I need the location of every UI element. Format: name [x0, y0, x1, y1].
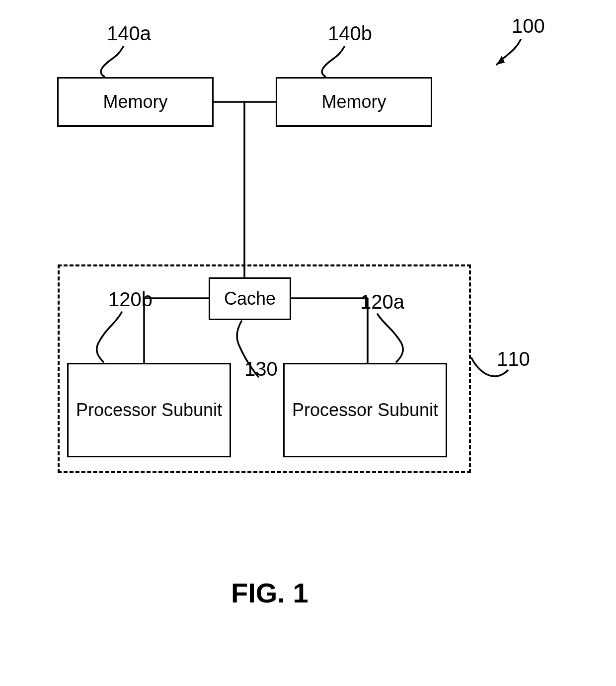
- processor-subunit-a-box: Processor Subunit: [283, 363, 447, 457]
- leader-140a: [101, 47, 123, 77]
- figure-canvas: Memory Memory Cache Processor Subunit Pr…: [0, 0, 616, 686]
- processor-subunit-b-label: Processor Subunit: [76, 400, 222, 421]
- memory-a-label: Memory: [103, 91, 167, 112]
- figure-caption: FIG. 1: [231, 577, 308, 609]
- ref-140b: 140b: [328, 22, 372, 45]
- cache-box: Cache: [209, 277, 291, 320]
- ref-100: 100: [512, 15, 545, 37]
- leader-140b: [322, 47, 344, 77]
- ref-110: 110: [497, 348, 530, 370]
- ref-130: 130: [244, 358, 278, 380]
- cache-label: Cache: [224, 288, 276, 309]
- leader-100-arrowhead: [497, 56, 505, 65]
- leader-100-shaft: [497, 40, 521, 65]
- processor-subunit-a-label: Processor Subunit: [292, 400, 438, 421]
- memory-b-label: Memory: [321, 91, 386, 112]
- ref-140a: 140a: [107, 22, 151, 45]
- memory-a-box: Memory: [57, 77, 214, 127]
- memory-b-box: Memory: [276, 77, 432, 127]
- processor-subunit-b-box: Processor Subunit: [67, 363, 231, 457]
- ref-120a: 120a: [360, 291, 404, 313]
- ref-120b: 120b: [108, 288, 153, 311]
